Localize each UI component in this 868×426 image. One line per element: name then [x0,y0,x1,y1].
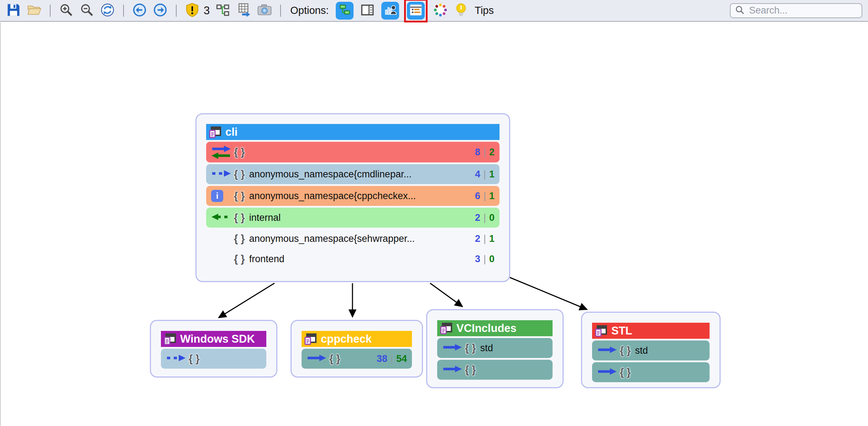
node-header-vcincludes[interactable]: VCIncludes [437,320,553,336]
graph-node-windows-sdk[interactable]: Windows SDK{ } [150,320,277,378]
count-in: 38 [377,353,387,364]
namespace-label: anonymous_namespace{cmdlinepar... [249,169,475,180]
dependency-tree-button[interactable] [215,3,231,19]
namespace-row[interactable]: { }internal2|0 [206,208,500,228]
namespace-row[interactable]: { }8|2 [206,142,500,162]
namespace-braces-icon: { } [329,353,340,365]
row-icon-zone [442,364,465,375]
count-in: 2 [475,233,480,244]
row-icon-zone [442,343,465,354]
toggle-side-panel[interactable] [359,2,376,20]
graph-node-cppcheck[interactable]: cppcheck{ }38|54 [291,320,423,378]
namespace-braces-icon: { } [189,353,200,365]
back-button[interactable] [132,3,147,19]
row-counts: 6|1 [475,191,495,202]
module-icon [594,324,608,338]
count-out: 54 [396,353,407,364]
node-header-stl[interactable]: STL [592,323,710,339]
options-label: Options: [290,5,329,16]
details-toggle-highlight [404,0,428,22]
count-out: 2 [489,147,495,158]
export-table-icon [237,3,251,19]
forward-button[interactable] [152,3,168,19]
lightbulb-icon [455,3,467,19]
node-header-cli[interactable]: cli [206,124,500,140]
dashed-include-arrow-icon [211,169,231,180]
zoom-out-button[interactable] [79,3,95,19]
search-input[interactable] [748,5,857,16]
row-icon-zone [211,169,234,180]
toggle-statistics[interactable] [381,2,399,20]
refresh-icon [100,3,115,19]
row-icon-zone [597,345,620,356]
namespace-label: anonymous_namespace{cppcheckex... [249,191,475,202]
in-out-arrows-icon [211,146,231,159]
count-separator: | [483,212,486,223]
dashed-include-arrow-icon [166,353,186,364]
namespace-braces-icon: { } [234,212,245,224]
refresh-button[interactable] [100,3,115,19]
screenshot-button[interactable] [257,3,272,19]
graph-node-vcincludes[interactable]: VCIncludes{ }std{ } [426,309,564,388]
namespace-braces-icon: { } [620,367,631,378]
include-arrow-icon [597,367,617,378]
namespace-row[interactable]: i{ }anonymous_namespace{cppcheckex...6|1 [206,186,500,206]
namespace-row[interactable]: { }38|54 [302,349,412,369]
count-separator: | [483,147,486,158]
warnings-button[interactable] [184,3,200,19]
namespace-row[interactable]: { }anonymous_namespace{cmdlinepar...4|1 [206,164,500,184]
count-in: 3 [475,254,480,265]
node-header-windows-sdk[interactable]: Windows SDK [161,331,266,347]
count-out: 0 [489,212,495,223]
graph-node-stl[interactable]: STL{ }std{ } [581,312,721,388]
row-icon-zone [597,367,620,378]
namespace-label: frontend [249,254,475,265]
row-icon-zone: i [211,190,234,202]
dashed-included-by-arrow-icon [211,212,231,223]
namespace-row[interactable]: { }anonymous_namespace{sehwrapper...2|1 [206,229,500,248]
namespace-row[interactable]: { }std [437,338,553,358]
namespace-row[interactable]: { } [161,349,266,369]
namespace-row[interactable]: { } [437,360,553,380]
graph-node-cli[interactable]: cli{ }8|2{ }anonymous_namespace{cmdlinep… [195,113,510,282]
zoom-in-button[interactable] [58,3,74,19]
node-header-cppcheck[interactable]: cppcheck [302,331,412,347]
save-button[interactable] [6,3,21,19]
include-arrow-icon [307,353,326,364]
node-title: VCIncludes [456,322,517,335]
count-in: 2 [475,212,480,223]
forward-arrow-icon [153,3,167,19]
namespace-row[interactable]: { } [592,362,710,382]
save-icon [7,3,20,18]
namespace-braces-icon: { } [234,253,245,265]
export-table-button[interactable] [236,3,252,19]
module-icon [208,125,222,139]
node-title: cppcheck [321,333,372,346]
count-separator: | [483,169,486,180]
count-in: 6 [475,191,480,202]
row-icon-zone [211,212,234,223]
row-icon-zone [307,353,329,364]
namespace-row[interactable]: { }frontend3|0 [206,250,500,268]
open-folder-button[interactable] [26,3,42,19]
color-scheme-button[interactable] [433,3,448,19]
toggle-details[interactable] [407,2,425,20]
zoom-out-icon [80,3,94,18]
namespace-label: std [635,345,705,356]
open-folder-icon [27,3,41,18]
tips-button[interactable] [453,3,469,19]
row-counts: 2|1 [475,233,495,244]
include-arrow-icon [597,345,617,356]
namespace-row[interactable]: { }std [592,341,710,360]
module-icon [304,332,317,346]
toggle-graph-layout[interactable] [336,2,354,20]
row-counts: 38|54 [377,353,407,364]
namespace-label: internal [249,212,475,223]
side-panel-icon [361,4,374,17]
camera-icon [257,3,272,18]
row-counts: 2|0 [475,212,495,223]
namespace-braces-icon: { } [234,190,245,202]
dependency-tree-icon [216,3,230,19]
namespace-label: anonymous_namespace{sehwrapper... [249,233,475,244]
namespace-braces-icon: { } [465,364,476,376]
